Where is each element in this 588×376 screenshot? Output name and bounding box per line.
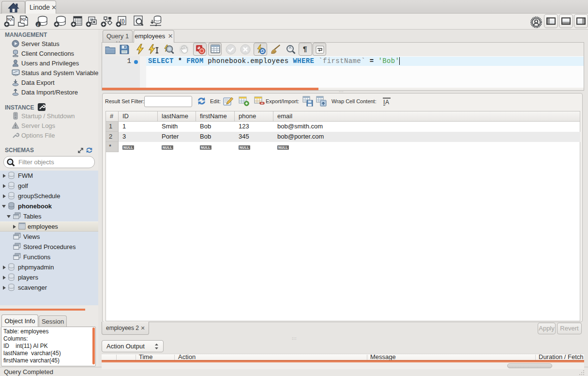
svg-text:SQL: SQL <box>21 17 27 21</box>
svg-text:SQL: SQL <box>7 17 14 21</box>
svg-text:I: I <box>383 99 385 106</box>
svg-text:A: A <box>385 99 389 106</box>
